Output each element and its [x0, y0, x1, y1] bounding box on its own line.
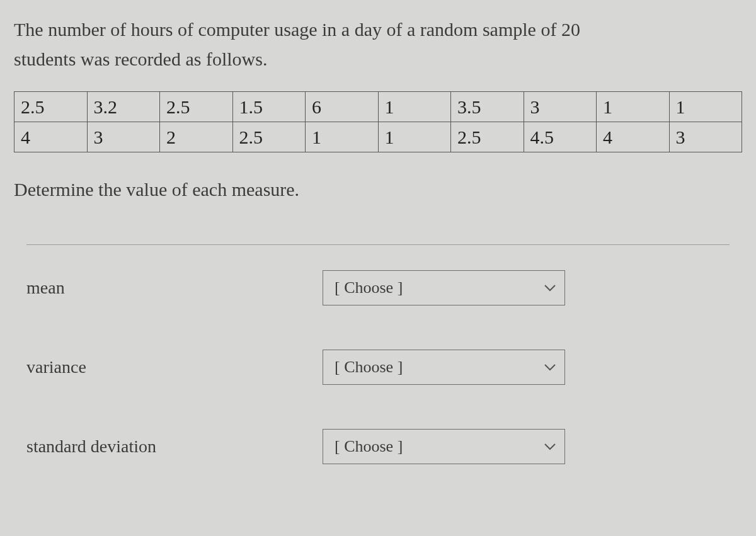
stddev-dropdown[interactable]: [ Choose ] — [323, 429, 565, 464]
table-cell: 2 — [160, 122, 233, 152]
measure-label: standard deviation — [26, 436, 323, 457]
measure-row-mean: mean [ Choose ] — [26, 270, 730, 305]
table-cell: 1 — [378, 122, 451, 152]
prompt-line1: The number of hours of computer usage in… — [14, 19, 580, 40]
table-cell: 3.5 — [451, 92, 524, 122]
table-cell: 1 — [378, 92, 451, 122]
prompt-line2: students was recorded as follows. — [14, 48, 267, 69]
instruction-text: Determine the value of each measure. — [14, 179, 742, 200]
table-cell: 2.5 — [451, 122, 524, 152]
table-cell: 1 — [669, 92, 742, 122]
table-cell: 6 — [306, 92, 379, 122]
measure-row-stddev: standard deviation [ Choose ] — [26, 429, 730, 464]
table-cell: 2.5 — [160, 92, 233, 122]
chevron-down-icon — [544, 443, 556, 450]
table-cell: 1 — [597, 92, 670, 122]
divider — [26, 244, 730, 245]
question-prompt: The number of hours of computer usage in… — [14, 15, 742, 74]
table-cell: 3 — [87, 122, 160, 152]
measure-row-variance: variance [ Choose ] — [26, 350, 730, 385]
table-cell: 4.5 — [524, 122, 597, 152]
table-row: 4 3 2 2.5 1 1 2.5 4.5 4 3 — [14, 122, 742, 152]
table-cell: 3 — [524, 92, 597, 122]
table-cell: 4 — [14, 122, 88, 152]
table-cell: 4 — [597, 122, 670, 152]
dropdown-placeholder: [ Choose ] — [335, 358, 403, 377]
chevron-down-icon — [544, 363, 556, 371]
mean-dropdown[interactable]: [ Choose ] — [323, 270, 565, 305]
table-cell: 2.5 — [232, 122, 306, 152]
table-cell: 3.2 — [87, 92, 160, 122]
table-cell: 1.5 — [232, 92, 306, 122]
measure-label: mean — [26, 278, 323, 298]
table-row: 2.5 3.2 2.5 1.5 6 1 3.5 3 1 1 — [14, 92, 742, 122]
dropdown-placeholder: [ Choose ] — [335, 278, 403, 297]
dropdown-placeholder: [ Choose ] — [335, 437, 403, 456]
table-cell: 3 — [669, 122, 742, 152]
measure-label: variance — [26, 357, 323, 377]
variance-dropdown[interactable]: [ Choose ] — [323, 350, 565, 385]
data-table: 2.5 3.2 2.5 1.5 6 1 3.5 3 1 1 4 3 2 2.5 … — [14, 91, 742, 152]
chevron-down-icon — [544, 284, 556, 292]
table-cell: 2.5 — [14, 92, 88, 122]
table-cell: 1 — [306, 122, 379, 152]
